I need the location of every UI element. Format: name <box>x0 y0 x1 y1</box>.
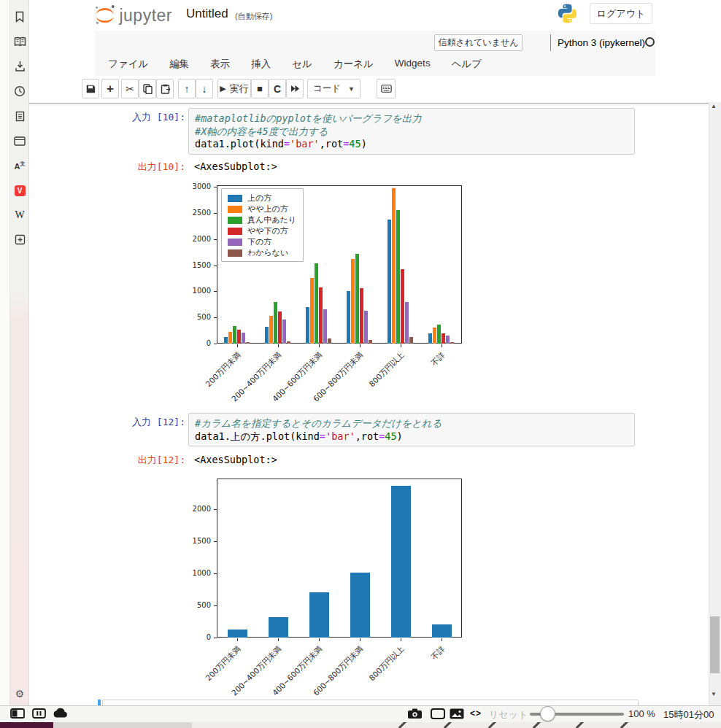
bookmarks-icon[interactable] <box>12 9 28 25</box>
menu-item-help[interactable]: ヘルプ <box>452 58 482 71</box>
bar-3 <box>233 326 236 344</box>
bar-1 <box>224 337 228 344</box>
windows-panel-icon[interactable] <box>12 133 28 149</box>
restart-kernel-button[interactable]: C <box>269 79 286 98</box>
menu-item-view[interactable]: 表示 <box>210 58 230 71</box>
menu-item-insert[interactable]: 挿入 <box>251 58 271 71</box>
interrupt-kernel-button[interactable]: ■ <box>251 79 269 98</box>
autosave-status: (自動保存) <box>235 11 272 22</box>
y-tick-label: 1000 <box>186 569 211 577</box>
y-tick-label: 0 <box>186 339 211 347</box>
bar-4 <box>319 287 323 344</box>
downloads-icon[interactable] <box>12 58 28 74</box>
bar-5 <box>364 311 368 344</box>
y-tick-label: 2000 <box>186 505 211 513</box>
bar-6 <box>369 340 372 344</box>
page-actions-icon[interactable] <box>431 708 445 719</box>
scroll-down-icon[interactable]: ▼ <box>711 691 717 697</box>
bar-2 <box>392 188 396 344</box>
code-input-cell1[interactable]: #mataplotlibのpyplotを使いバーグラフを出力#X軸の内容を45度… <box>188 108 635 155</box>
menu-item-widgets[interactable]: Widgets <box>395 58 431 71</box>
y-tick-label: 500 <box>186 601 211 609</box>
scrollbar-thumb[interactable] <box>710 616 720 673</box>
output-prompt-cell2: 出力[12]: <box>98 454 185 467</box>
chevron-down-icon: ▼ <box>348 85 355 93</box>
taskbar-edge <box>53 722 192 728</box>
zoom-slider-handle[interactable] <box>540 706 555 721</box>
bar-1 <box>309 592 329 638</box>
code-input-cell2[interactable]: #カラム名を指定するとそのカラムデータだけをとれるdata1.上の方.plot(… <box>188 413 635 446</box>
restart-run-all-button[interactable] <box>286 79 304 98</box>
scroll-up-icon[interactable]: ▲ <box>711 103 717 109</box>
code-line: #カラム名を指定するとそのカラムデータだけをとれる <box>195 417 628 430</box>
save-button[interactable] <box>82 79 99 98</box>
browser-panel-bar: A文 V W ⚙ <box>10 0 29 722</box>
bar-2 <box>269 316 273 344</box>
sync-cloud-icon[interactable] <box>53 708 69 719</box>
menu-item-file[interactable]: ファイル <box>108 58 148 71</box>
panel-toggle-icon[interactable] <box>10 708 25 719</box>
header-divider <box>29 103 709 104</box>
bar-1 <box>432 624 452 638</box>
bar-1 <box>350 573 370 638</box>
bar-4 <box>278 311 282 344</box>
next-cell-input[interactable] <box>102 700 639 705</box>
move-cell-up-button[interactable]: ↑ <box>178 79 196 98</box>
menu-item-edit[interactable]: 編集 <box>169 58 189 71</box>
code-line: data1.上の方.plot(kind='bar',rot=45) <box>195 430 628 444</box>
bar-4 <box>401 269 404 344</box>
bar-1 <box>228 630 247 638</box>
x-tick-label: 800万円以上 <box>367 644 406 684</box>
kernel-name[interactable]: Python 3 (ipykernel) <box>558 37 645 48</box>
history-icon[interactable] <box>12 83 28 99</box>
developer-tools-icon[interactable]: <> <box>470 708 482 719</box>
translate-icon[interactable]: A文 <box>12 158 28 174</box>
add-web-panel-icon[interactable] <box>12 231 28 247</box>
paste-cell-button[interactable] <box>156 79 174 98</box>
bar-6 <box>287 341 290 344</box>
bar-2 <box>310 278 314 344</box>
menu-item-kernel[interactable]: カーネル <box>333 58 374 71</box>
notes-icon[interactable] <box>12 108 28 124</box>
zoom-reset-button[interactable]: リセット <box>489 708 528 721</box>
cell-type-select[interactable]: コード ▼ <box>307 79 360 98</box>
wikipedia-panel-icon[interactable]: W <box>12 207 28 223</box>
copy-cell-button[interactable] <box>139 79 156 98</box>
y-tick-label: 3000 <box>186 182 211 190</box>
command-palette-button[interactable] <box>377 79 396 98</box>
capture-icon[interactable] <box>407 708 423 719</box>
add-cell-button[interactable]: + <box>101 79 119 98</box>
y-tick-label: 2000 <box>186 235 211 243</box>
bar-5 <box>323 309 327 344</box>
trust-status-button[interactable]: 信頼されていません <box>434 34 523 51</box>
bar-1 <box>306 307 309 344</box>
tiling-icon[interactable] <box>32 708 46 719</box>
code-line: data1.plot(kind='bar',rot=45) <box>195 138 628 151</box>
page-edge-strip <box>0 0 10 728</box>
images-toggle-icon[interactable] <box>450 708 464 719</box>
bar-3 <box>274 302 277 344</box>
bar-5 <box>242 333 245 344</box>
page-scrollbar[interactable] <box>709 102 721 705</box>
bar-1 <box>391 486 411 638</box>
bar-2 <box>228 332 232 344</box>
move-cell-down-button[interactable]: ↓ <box>196 79 213 98</box>
vivaldi-panel-icon[interactable]: V <box>12 182 28 198</box>
logout-button[interactable]: ログアウト <box>590 3 652 24</box>
jupyter-logo[interactable]: jupyter <box>93 3 172 28</box>
chart-axes <box>217 479 462 638</box>
notebook-title[interactable]: Untitled <box>186 7 228 21</box>
y-tick-label: 0 <box>186 633 211 641</box>
kernel-idle-indicator <box>645 37 655 47</box>
bar-5 <box>405 302 409 344</box>
x-tick-label: 800万円以上 <box>367 350 406 390</box>
bar-1 <box>428 333 432 344</box>
reading-list-icon[interactable] <box>12 34 28 50</box>
x-tick-label: 不詳 <box>429 350 447 368</box>
run-cell-button[interactable]: ▶ 実行 <box>217 79 251 98</box>
panel-settings-icon[interactable]: ⚙ <box>12 686 28 702</box>
cut-cell-button[interactable]: ✂ <box>121 79 139 98</box>
menu-item-cell[interactable]: セル <box>292 58 312 71</box>
bar-3 <box>315 263 318 344</box>
input-prompt-cell2: 入力 [12]: <box>98 416 185 429</box>
